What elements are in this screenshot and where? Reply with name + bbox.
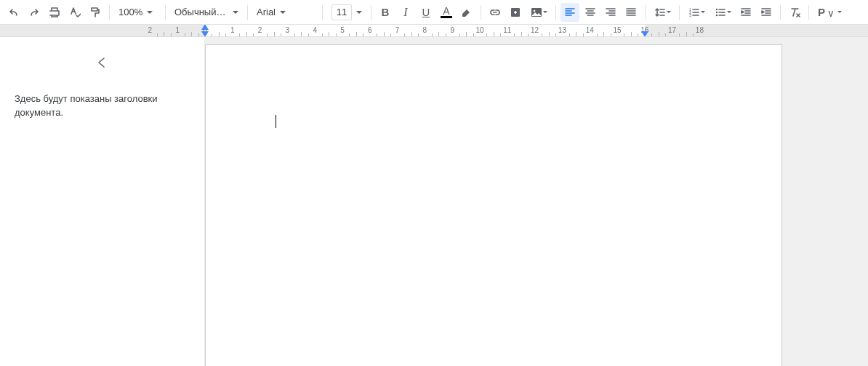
text-color-swatch xyxy=(441,16,452,18)
chevron-down-icon xyxy=(543,11,547,13)
decrease-indent-button[interactable] xyxy=(736,3,755,22)
font-family-value: Arial xyxy=(257,7,276,17)
paragraph-style-value: Обычный … xyxy=(174,7,228,17)
indent-right-marker[interactable] xyxy=(641,31,648,37)
bold-button[interactable]: B xyxy=(376,3,395,22)
svg-point-8 xyxy=(715,14,717,15)
document-canvas xyxy=(205,37,868,366)
outline-placeholder-text: Здесь будут показаны заголовки документа… xyxy=(15,92,190,120)
chevron-down-icon xyxy=(701,11,705,13)
chevron-down-icon xyxy=(233,11,238,14)
highlight-color-button[interactable] xyxy=(457,3,476,22)
font-family-dropdown[interactable]: Arial xyxy=(252,3,318,22)
separator xyxy=(679,5,680,20)
svg-text:3: 3 xyxy=(689,13,691,17)
separator xyxy=(481,5,481,20)
horizontal-ruler[interactable]: 210123456789101112131415161718 xyxy=(0,25,868,37)
underline-button[interactable]: U xyxy=(417,3,435,22)
paragraph-style-dropdown[interactable]: Обычный … xyxy=(170,3,243,22)
line-spacing-button[interactable] xyxy=(650,3,675,22)
outline-panel: Здесь будут показаны заголовки документа… xyxy=(0,37,205,366)
svg-point-7 xyxy=(715,11,717,12)
bulleted-list-button[interactable] xyxy=(710,3,735,22)
font-size-input[interactable] xyxy=(331,4,352,20)
separator xyxy=(780,5,781,20)
separator xyxy=(109,5,110,20)
text-color-button[interactable]: A xyxy=(437,3,456,22)
insert-image-button[interactable] xyxy=(526,3,551,22)
chevron-down-icon xyxy=(280,11,286,14)
italic-button[interactable]: I xyxy=(396,3,415,22)
chevron-down-icon xyxy=(837,11,842,13)
indent-left-marker[interactable] xyxy=(201,31,209,37)
document-page[interactable] xyxy=(205,44,782,366)
separator xyxy=(322,5,323,20)
separator xyxy=(808,5,809,20)
align-left-button[interactable] xyxy=(560,3,579,22)
increase-indent-button[interactable] xyxy=(757,3,776,22)
print-button[interactable] xyxy=(45,3,64,22)
toolbar: 100% Обычный … Arial B I U A xyxy=(0,0,868,25)
separator xyxy=(247,5,248,20)
text-cursor xyxy=(276,115,276,128)
personal-dictionary-button[interactable]: PV xyxy=(813,4,846,21)
personal-dictionary-label: P xyxy=(818,6,826,18)
chevron-down-icon xyxy=(356,11,362,14)
first-line-indent-marker[interactable] xyxy=(201,25,209,30)
font-size-control[interactable] xyxy=(327,3,366,22)
svg-point-2 xyxy=(533,9,535,12)
chevron-down-icon xyxy=(147,11,153,14)
clear-formatting-button[interactable] xyxy=(785,3,804,22)
numbered-list-button[interactable]: 123 xyxy=(684,3,709,22)
spellcheck-button[interactable] xyxy=(65,3,84,22)
insert-link-button[interactable] xyxy=(486,3,505,22)
insert-comment-button[interactable] xyxy=(506,3,525,22)
svg-point-6 xyxy=(715,8,717,9)
text-color-letter: A xyxy=(443,7,449,15)
separator xyxy=(371,5,371,20)
separator xyxy=(645,5,646,20)
paint-format-button[interactable] xyxy=(86,3,105,22)
workspace: Здесь будут показаны заголовки документа… xyxy=(0,37,868,366)
personal-dictionary-sub: V xyxy=(829,10,834,18)
chevron-down-icon xyxy=(727,11,731,13)
separator xyxy=(555,5,556,20)
separator xyxy=(165,5,166,20)
zoom-value: 100% xyxy=(118,7,142,17)
zoom-dropdown[interactable]: 100% xyxy=(114,3,161,22)
outline-back-button[interactable] xyxy=(15,53,190,72)
chevron-down-icon xyxy=(667,11,671,13)
align-center-button[interactable] xyxy=(581,3,600,22)
redo-button[interactable] xyxy=(25,3,44,22)
align-justify-button[interactable] xyxy=(622,3,640,22)
align-right-button[interactable] xyxy=(601,3,620,22)
undo-button[interactable] xyxy=(4,3,23,22)
